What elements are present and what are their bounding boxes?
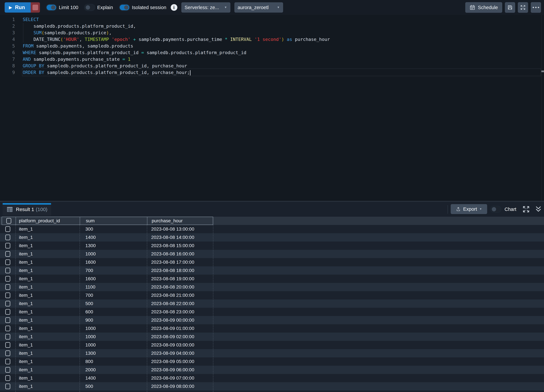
row-checkbox-cell (0, 259, 16, 265)
table-row[interactable]: item_114002023-08-09 07:00:00 (0, 374, 544, 382)
cell-platform-product-id: item_1 (16, 293, 80, 298)
cell-sum: 700 (80, 268, 147, 273)
chevron-double-down-icon[interactable] (535, 206, 542, 213)
line-number: 4 (0, 36, 15, 43)
cell-purchase-hour: 2023-08-08 15:00:00 (147, 243, 213, 248)
cell-sum: 1400 (80, 375, 147, 381)
run-button-label: Run (15, 5, 25, 11)
cell-purchase-hour: 2023-08-08 23:00:00 (147, 309, 213, 315)
table-row[interactable]: item_17002023-08-08 21:00:00 (0, 291, 544, 300)
cluster-dropdown[interactable]: Serverless: ze... ▼ (181, 2, 231, 13)
table-row[interactable]: item_113002023-08-09 04:00:00 (0, 349, 544, 357)
schedule-button[interactable]: Schedule (465, 2, 502, 13)
more-options-button[interactable]: ••• (531, 2, 541, 13)
code-line: 8GROUP BY sampledb.products.platform_pro… (0, 63, 544, 69)
row-checkbox-cell (0, 293, 16, 298)
table-row[interactable]: item_110002023-08-08 16:00:00 (0, 250, 544, 258)
row-checkbox[interactable] (5, 384, 10, 389)
table-row[interactable]: item_110002023-08-09 01:00:00 (0, 324, 544, 333)
table-row[interactable]: item_19002023-08-09 00:00:00 (0, 316, 544, 324)
code-line: 7AND sampledb.payments.purchase_state = … (0, 56, 544, 63)
cell-purchase-hour: 2023-08-09 04:00:00 (147, 351, 213, 356)
cell-sum: 600 (80, 309, 147, 315)
code-line: 4 DATE_TRUNC('HOUR', TIMESTAMP 'epoch' +… (0, 36, 544, 43)
explain-toggle[interactable] (85, 5, 95, 10)
editor-scrollbar[interactable] (541, 15, 544, 201)
select-all-checkbox[interactable] (6, 218, 11, 224)
sql-editor[interactable]: 1SELECT2 sampledb.products.platform_prod… (0, 15, 544, 201)
column-header-sum[interactable]: sum (80, 217, 147, 225)
code-line: 5FROM sampledb.payments, sampledb.produc… (0, 43, 544, 49)
table-row[interactable]: item_116002023-08-08 19:00:00 (0, 275, 544, 283)
table-row[interactable]: item_15002023-08-08 22:00:00 (0, 300, 544, 308)
cell-sum: 2000 (80, 367, 147, 372)
row-checkbox-cell (0, 276, 16, 282)
row-checkbox[interactable] (5, 235, 10, 240)
table-row[interactable]: item_110002023-08-09 03:00:00 (0, 341, 544, 349)
cell-platform-product-id: item_1 (16, 235, 80, 240)
row-checkbox[interactable] (5, 359, 10, 364)
info-icon[interactable]: i (171, 4, 177, 11)
chart-toggle[interactable] (491, 207, 501, 212)
row-checkbox[interactable] (5, 334, 10, 340)
stop-button[interactable] (31, 2, 40, 13)
row-checkbox-cell (0, 375, 16, 381)
row-checkbox[interactable] (5, 293, 10, 298)
table-row[interactable]: item_13002023-08-08 13:00:00 (0, 225, 544, 233)
line-number: 6 (0, 49, 15, 56)
column-header-platform-product-id[interactable]: platform_product_id (16, 217, 80, 225)
table-row[interactable]: item_116002023-08-08 17:00:00 (0, 258, 544, 266)
row-checkbox[interactable] (5, 317, 10, 323)
row-checkbox[interactable] (5, 251, 10, 257)
cell-platform-product-id: item_1 (16, 317, 80, 323)
row-checkbox-cell (0, 317, 16, 323)
table-row[interactable]: item_15002023-08-09 08:00:00 (0, 382, 544, 391)
database-dropdown-value: aurora_zeroetl (238, 5, 269, 10)
row-checkbox[interactable] (5, 259, 10, 265)
table-row[interactable]: item_113002023-08-08 15:00:00 (0, 242, 544, 250)
cell-purchase-hour: 2023-08-09 00:00:00 (147, 317, 213, 323)
cell-sum: 500 (80, 301, 147, 306)
text-cursor (190, 70, 190, 75)
row-checkbox[interactable] (5, 284, 10, 290)
table-row[interactable] (0, 391, 544, 392)
expand-results-icon[interactable] (522, 206, 530, 213)
limit-toggle[interactable] (47, 5, 56, 10)
cell-platform-product-id: item_1 (16, 384, 80, 389)
row-checkbox[interactable] (5, 375, 10, 381)
save-button[interactable] (505, 2, 515, 13)
row-checkbox[interactable] (5, 243, 10, 248)
row-checkbox[interactable] (5, 326, 10, 331)
cell-platform-product-id: item_1 (16, 326, 80, 331)
row-checkbox[interactable] (5, 351, 10, 356)
row-checkbox[interactable] (5, 268, 10, 273)
select-all-cell (2, 217, 16, 225)
table-row[interactable]: item_120002023-08-09 06:00:00 (0, 366, 544, 374)
table-row[interactable]: item_17002023-08-08 18:00:00 (0, 266, 544, 275)
export-button[interactable]: Export ▼ (451, 204, 487, 214)
cell-sum: 1300 (80, 351, 147, 356)
row-checkbox-cell (0, 235, 16, 240)
table-row[interactable]: item_114002023-08-08 14:00:00 (0, 233, 544, 242)
table-row[interactable]: item_18002023-08-09 05:00:00 (0, 357, 544, 366)
column-header-purchase-hour[interactable]: purchase_hour (147, 217, 213, 225)
calendar-icon (470, 5, 475, 10)
cell-purchase-hour: 2023-08-08 14:00:00 (147, 235, 213, 240)
row-checkbox[interactable] (5, 342, 10, 348)
isolated-session-toggle[interactable] (120, 5, 129, 10)
line-number: 1 (0, 16, 15, 23)
table-row[interactable]: item_16002023-08-08 23:00:00 (0, 308, 544, 316)
row-checkbox[interactable] (5, 226, 10, 232)
fullscreen-button[interactable] (518, 2, 528, 13)
row-checkbox[interactable] (5, 309, 10, 315)
table-row[interactable]: item_111002023-08-08 20:00:00 (0, 283, 544, 291)
cell-sum: 900 (80, 317, 147, 323)
database-dropdown[interactable]: aurora_zeroetl ▼ (234, 2, 283, 13)
tab-result-1[interactable]: Result 1(100) (3, 203, 51, 216)
cell-sum: 1000 (80, 342, 147, 348)
run-button[interactable]: ▶ Run (5, 2, 31, 13)
row-checkbox[interactable] (5, 276, 10, 282)
row-checkbox[interactable] (5, 301, 10, 306)
row-checkbox[interactable] (5, 367, 10, 373)
table-row[interactable]: item_110002023-08-09 02:00:00 (0, 333, 544, 341)
